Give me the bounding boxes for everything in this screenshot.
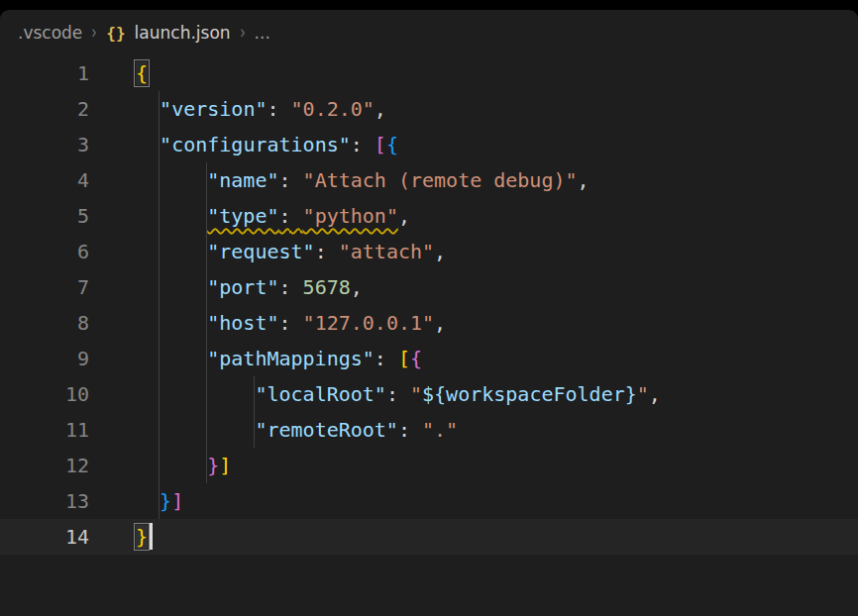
- code-token: ,: [375, 97, 386, 121]
- code-text: "port": 5678,: [136, 269, 363, 305]
- code-token: :: [398, 418, 422, 442]
- code-token: {: [410, 347, 422, 370]
- line-number[interactable]: 8: [0, 305, 89, 341]
- line-number[interactable]: 10: [0, 376, 89, 412]
- code-line[interactable]: 10 "localRoot": "${workspaceFolder}",: [0, 376, 858, 412]
- code-text: "type": "python",: [136, 198, 410, 234]
- window-top-bar: [0, 0, 858, 10]
- code-line[interactable]: 2 "version": "0.2.0",: [0, 91, 858, 127]
- breadcrumb-symbol-more[interactable]: ...: [255, 23, 270, 43]
- code-line[interactable]: 14}: [0, 519, 858, 555]
- code-token: :: [267, 97, 290, 121]
- line-number[interactable]: 14: [0, 519, 89, 555]
- code-token: "Attach (remote debug)": [303, 168, 578, 192]
- code-token: :: [279, 168, 303, 192]
- code-token: ${workspaceFolder}: [422, 382, 637, 406]
- line-number[interactable]: 9: [0, 341, 89, 376]
- breadcrumb: .vscode › {} launch.json › ...: [0, 10, 858, 55]
- json-file-icon: {}: [106, 24, 125, 43]
- code-token: [136, 382, 255, 406]
- code-token: "request": [207, 240, 314, 263]
- code-token: "remoteRoot": [255, 418, 398, 442]
- code-token: 5678: [303, 275, 351, 299]
- code-token: }: [207, 454, 219, 477]
- code-text: {: [136, 55, 148, 91]
- line-number[interactable]: 13: [0, 483, 89, 519]
- code-token: }: [160, 489, 171, 513]
- code-token: ,: [434, 240, 446, 263]
- code-line[interactable]: 1{: [0, 55, 858, 91]
- line-number[interactable]: 5: [0, 198, 89, 234]
- code-token: [136, 489, 160, 513]
- code-token: "type": [207, 204, 278, 228]
- code-token: :: [386, 382, 410, 406]
- breadcrumb-file[interactable]: launch.json: [135, 23, 231, 43]
- code-token: "0.2.0": [291, 97, 375, 121]
- code-text: }]: [136, 483, 183, 519]
- matched-bracket: }: [136, 525, 148, 549]
- code-line[interactable]: 12 }]: [0, 448, 858, 483]
- code-token: ".": [422, 418, 458, 442]
- code-token: ": [637, 382, 649, 406]
- line-number[interactable]: 4: [0, 162, 89, 198]
- code-text: "version": "0.2.0",: [136, 91, 386, 127]
- code-token: ,: [398, 204, 410, 228]
- code-line[interactable]: 4 "name": "Attach (remote debug)",: [0, 162, 858, 198]
- code-token: [136, 347, 207, 370]
- code-token: "python": [303, 204, 398, 228]
- editor-window: .vscode › {} launch.json › ... 1{2 "vers…: [0, 10, 858, 616]
- code-token: :: [279, 204, 303, 228]
- code-token: "127.0.0.1": [303, 311, 434, 335]
- code-line[interactable]: 5 "type": "python",: [0, 198, 858, 234]
- line-number[interactable]: 1: [0, 55, 89, 91]
- code-line[interactable]: 3 "configurations": [{: [0, 127, 858, 162]
- code-token: "attach": [339, 240, 434, 263]
- code-line[interactable]: 11 "remoteRoot": ".": [0, 412, 858, 448]
- code-token: :: [279, 275, 303, 299]
- matched-bracket: {: [136, 61, 148, 85]
- code-token: "configurations": [160, 133, 351, 156]
- code-line[interactable]: 8 "host": "127.0.0.1",: [0, 305, 858, 341]
- code-token: [136, 275, 207, 299]
- code-token: "pathMappings": [207, 347, 375, 370]
- line-number[interactable]: 2: [0, 91, 89, 127]
- code-text: "localRoot": "${workspaceFolder}",: [136, 376, 661, 412]
- chevron-right-icon: ›: [92, 22, 97, 45]
- code-text: "configurations": [{: [136, 127, 398, 162]
- code-text: }]: [136, 448, 231, 483]
- code-line[interactable]: 9 "pathMappings": [{: [0, 341, 858, 376]
- line-number[interactable]: 6: [0, 234, 89, 269]
- code-token: [136, 133, 160, 156]
- line-number[interactable]: 11: [0, 412, 89, 448]
- code-token: :: [351, 133, 375, 156]
- code-text: "request": "attach",: [136, 234, 446, 269]
- code-token: "version": [160, 97, 267, 121]
- line-number[interactable]: 12: [0, 448, 89, 483]
- code-text: "remoteRoot": ".": [136, 412, 458, 448]
- breadcrumb-folder[interactable]: .vscode: [18, 23, 82, 43]
- code-token: ,: [351, 275, 363, 299]
- code-token: ,: [649, 382, 661, 406]
- code-token: "localRoot": [255, 382, 385, 406]
- code-token: "host": [207, 311, 278, 335]
- code-token: :: [375, 347, 398, 370]
- code-token: [136, 204, 207, 228]
- code-token: [136, 418, 255, 442]
- code-token: [136, 311, 207, 335]
- code-token: [136, 240, 207, 263]
- code-token: ,: [434, 311, 446, 335]
- code-token: [: [398, 347, 410, 370]
- line-number[interactable]: 7: [0, 269, 89, 305]
- code-area[interactable]: 1{2 "version": "0.2.0",3 "configurations…: [0, 55, 858, 555]
- code-token: "name": [207, 168, 278, 192]
- code-line[interactable]: 13 }]: [0, 483, 858, 519]
- code-line[interactable]: 6 "request": "attach",: [0, 234, 858, 269]
- code-token: ": [410, 382, 422, 406]
- code-text: "pathMappings": [{: [136, 341, 422, 376]
- code-line[interactable]: 7 "port": 5678,: [0, 269, 858, 305]
- line-number[interactable]: 3: [0, 127, 89, 162]
- code-token: :: [315, 240, 339, 263]
- text-cursor: [150, 523, 153, 550]
- code-token: [136, 454, 207, 477]
- code-token: [: [375, 133, 386, 156]
